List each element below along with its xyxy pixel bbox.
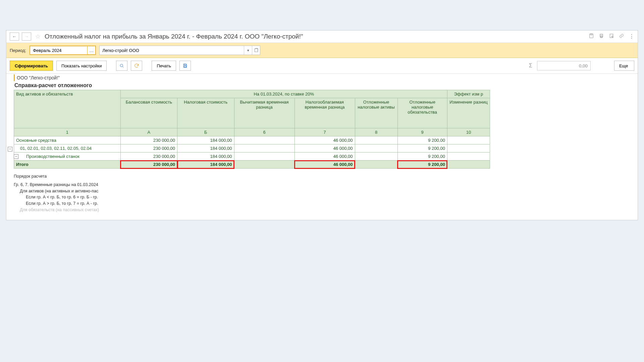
favorite-star-icon[interactable]: ☆ [35, 33, 41, 40]
total-b-highlight: 184 000,00 [177, 161, 234, 169]
table-row[interactable]: Производственный станок 230 000,00 184 0… [14, 153, 490, 161]
table-row[interactable]: Основные средства 230 000,00 184 000,00 … [14, 136, 490, 144]
total-a-highlight: 230 000,00 [120, 161, 177, 169]
report-table: Вид активов и обязательств На 01.03.2024… [14, 90, 490, 169]
col-header-b: Налоговая стоимость [177, 98, 234, 128]
period-input-group: … [30, 46, 96, 55]
print-titlebar-icon[interactable] [599, 33, 604, 40]
report-area: − − ООО "Легко-строй!" Справка-расчет от… [6, 74, 638, 220]
svg-rect-1 [590, 34, 592, 35]
organization-input-group: ▾ [99, 46, 260, 55]
col-header-10: Изменение разниц [447, 98, 490, 128]
table-row[interactable]: 01, 02.01, 02.03, 02.11, 02.05, 02.04 23… [14, 144, 490, 153]
print-button[interactable]: Печать [152, 61, 176, 71]
col-group-effect: Эффект изм р [447, 90, 490, 98]
nav-forward-button[interactable]: → [22, 33, 31, 41]
search-icon[interactable] [116, 61, 127, 71]
col-header-kind: Вид активов и обязательств [14, 90, 121, 128]
svg-point-7 [120, 64, 123, 67]
show-settings-button[interactable]: Показать настройки [56, 61, 107, 71]
col-header-7: Налогооблагаемая временная разница [294, 98, 355, 128]
report-org-header: ООО "Легко-строй!" [14, 74, 62, 81]
app-window: ← → ☆ Отложенный налог на прибыль за Янв… [6, 30, 638, 220]
col-header-6: Вычитаемая временная разница [234, 98, 294, 128]
tree-collapse-row2[interactable]: − [14, 154, 18, 159]
window-title: Отложенный налог на прибыль за Январь 20… [45, 33, 586, 40]
col-header-8: Отложенные налоговые активы [355, 98, 397, 128]
period-input[interactable] [30, 46, 87, 54]
total-9-highlight: 9 200,00 [397, 161, 447, 169]
svg-rect-0 [590, 34, 593, 38]
index-row: 1 А Б 6 7 8 9 10 [14, 128, 490, 136]
col-header-9: Отложенные налоговые обязательства [397, 98, 447, 128]
action-bar: Сформировать Показать настройки Печать Σ… [6, 58, 638, 74]
preview-icon[interactable] [609, 33, 614, 40]
sigma-icon: Σ [529, 63, 532, 69]
svg-rect-8 [184, 64, 186, 65]
titlebar: ← → ☆ Отложенный налог на прибыль за Янв… [6, 31, 638, 43]
report-title: Справка-расчет отложенного [14, 81, 638, 90]
total-row: Итого 230 000,00 184 000,00 46 000,00 9 … [14, 161, 490, 169]
calculation-notes: Порядок расчета Гр. 6, 7. Временные разн… [14, 173, 124, 213]
svg-rect-9 [184, 66, 186, 67]
col-header-a: Балансовая стоимость [120, 98, 177, 128]
more-button[interactable]: Еще [614, 61, 634, 71]
nav-back-button[interactable]: ← [10, 33, 19, 41]
period-picker-button[interactable]: … [87, 46, 95, 54]
tree-collapse-row1[interactable]: − [8, 147, 12, 152]
svg-rect-6 [255, 49, 258, 52]
refresh-icon[interactable] [131, 61, 142, 71]
title-actions: ⋮ [589, 33, 634, 40]
col-group-date: На 01.03.2024, по ставке 20% [120, 90, 447, 98]
save-icon[interactable] [179, 61, 191, 71]
filter-bar: Период: … ▾ [6, 43, 638, 58]
link-icon[interactable] [619, 33, 624, 40]
more-menu-icon[interactable]: ⋮ [629, 33, 634, 40]
save-report-icon[interactable] [589, 33, 594, 40]
period-label: Период: [10, 48, 26, 53]
organization-dropdown-button[interactable]: ▾ [244, 46, 252, 55]
organization-input[interactable] [100, 46, 244, 55]
total-7-highlight: 46 000,00 [294, 161, 355, 169]
sum-field[interactable] [537, 61, 591, 70]
generate-button[interactable]: Сформировать [10, 61, 53, 71]
organization-open-button[interactable] [252, 46, 260, 55]
